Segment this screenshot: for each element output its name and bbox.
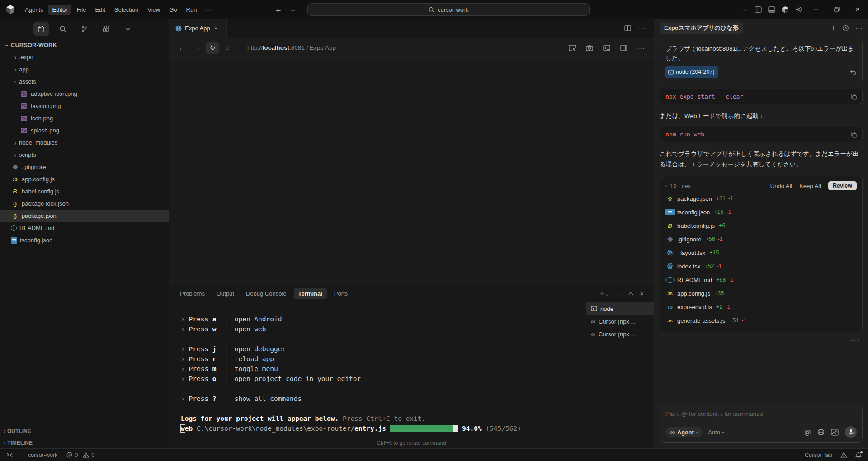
code-block-1[interactable]: npx expo start --clear <box>660 89 863 104</box>
cursor-tab-status[interactable]: Cursor Tab <box>805 452 832 458</box>
menu-editor[interactable]: Editor <box>48 5 71 15</box>
inspect-element-icon[interactable] <box>566 42 579 54</box>
devtools-panel-icon[interactable] <box>618 42 630 54</box>
chat-title[interactable]: Expoスマホアプリのひな形 <box>660 22 743 34</box>
changed-file-row[interactable]: babel.config.js+6 <box>665 219 857 232</box>
tab-problems[interactable]: Problems <box>175 288 209 299</box>
cursor-cube-icon[interactable] <box>778 0 792 19</box>
panel-close-icon[interactable]: × <box>640 290 644 297</box>
tree-file-gitignore[interactable]: .gitignore <box>0 161 169 173</box>
tab-terminal[interactable]: Terminal <box>294 288 327 299</box>
copy-icon[interactable] <box>851 94 857 100</box>
split-editor-icon[interactable] <box>621 22 634 35</box>
browser-more-icon[interactable]: ··· <box>635 42 647 54</box>
tree-root[interactable]: › CURSOR-WORK <box>0 39 169 51</box>
tree-folder-assets[interactable]: › assets <box>0 75 169 88</box>
chat-input[interactable] <box>665 410 857 417</box>
menu-run[interactable]: Run <box>182 5 201 15</box>
copy-icon[interactable] <box>851 132 857 138</box>
bookmark-star-icon[interactable]: ☆ <box>222 42 234 54</box>
source-control-icon[interactable] <box>77 22 92 36</box>
voice-mic-icon[interactable] <box>845 426 857 438</box>
attachment-pill[interactable]: node (204-207) <box>665 66 718 78</box>
back-arrow-icon[interactable]: ← <box>275 5 282 14</box>
review-button[interactable]: Review <box>828 181 857 190</box>
chat-scroll-more-icon[interactable]: ··· <box>660 332 863 343</box>
minimize-button[interactable]: ─ <box>806 0 826 19</box>
new-chat-icon[interactable]: + <box>831 24 836 33</box>
restore-button[interactable] <box>826 0 847 19</box>
tree-folder-node-modules[interactable]: › node_modules <box>0 136 169 149</box>
browser-url[interactable]: http://localhost:8081 / Expo App <box>247 44 336 51</box>
explorer-icon[interactable] <box>33 22 49 36</box>
console-icon[interactable] <box>600 42 613 54</box>
timeline-section[interactable]: › TIMELINE <box>0 437 169 448</box>
panel-more-icon[interactable]: ··· <box>615 290 622 297</box>
status-warning-icon[interactable] <box>840 452 847 458</box>
menu-view[interactable]: View <box>143 5 164 15</box>
mention-at-icon[interactable]: @ <box>804 428 811 436</box>
tree-folder-app[interactable]: › app <box>0 63 169 75</box>
remote-indicator[interactable] <box>6 452 13 457</box>
outline-section[interactable]: › OUTLINE <box>0 425 169 437</box>
changed-file-row[interactable]: generate-assets.js+51-1 <box>665 314 857 327</box>
title-overflow-icon[interactable]: ··· <box>738 0 751 19</box>
settings-gear-icon[interactable] <box>792 0 806 19</box>
tree-folder-scripts[interactable]: › scripts <box>0 149 169 161</box>
tree-file-package-json[interactable]: package.json <box>0 210 169 222</box>
web-globe-icon[interactable] <box>817 428 825 436</box>
terminal-item-node[interactable]: node <box>586 302 654 315</box>
terminal-output[interactable]: › Press a│open Android › Press w│open we… <box>169 301 586 437</box>
keep-all-button[interactable]: Keep All <box>799 183 821 189</box>
tab-expo-app[interactable]: Expo App × <box>169 19 227 38</box>
terminal-item-cursor-2[interactable]: ∞ Cursor (npx ... <box>586 328 654 340</box>
chat-composer[interactable]: ∞ Agent › Auto › @ <box>660 405 863 443</box>
attach-image-icon[interactable] <box>831 429 839 436</box>
chat-more-icon[interactable]: ··· <box>855 25 863 32</box>
browser-reload-icon[interactable]: ↻ <box>206 42 219 54</box>
tree-file-babel-config[interactable]: babel.config.js <box>0 185 169 198</box>
tab-ports[interactable]: Ports <box>330 288 352 299</box>
tree-folder-expo[interactable]: › .expo <box>0 51 169 63</box>
workspace-name[interactable]: cursor-work <box>28 452 57 458</box>
user-message-bubble[interactable]: ブラウザでlocalhost:8081にアクセスしたところ以下のエラーが出ました… <box>660 39 863 83</box>
command-center-search[interactable]: cursor-work <box>307 3 590 16</box>
tree-file-app-config[interactable]: app.config.js <box>0 173 169 185</box>
history-clock-icon[interactable] <box>842 25 849 32</box>
editor-more-icon[interactable]: ··· <box>636 22 648 35</box>
toggle-panel-icon[interactable] <box>765 0 778 19</box>
changed-file-row[interactable]: README.md+68-1 <box>665 273 857 287</box>
notifications-bell-icon[interactable] <box>855 452 862 458</box>
panel-maximize-icon[interactable] <box>628 292 633 295</box>
menu-overflow-icon[interactable]: ··· <box>202 5 216 15</box>
model-selector[interactable]: Auto › <box>708 429 724 436</box>
tab-output[interactable]: Output <box>212 288 239 299</box>
tree-file-adaptive-icon[interactable]: adaptive-icon.png <box>0 88 169 100</box>
files-count-label[interactable]: 10 Files <box>670 183 691 189</box>
menu-edit[interactable]: Edit <box>91 5 109 15</box>
screenshot-camera-icon[interactable] <box>583 42 596 54</box>
menu-file[interactable]: File <box>72 5 90 15</box>
new-terminal-icon[interactable]: + ⌄ <box>600 289 609 297</box>
forward-arrow-icon[interactable]: → <box>289 5 297 14</box>
tab-debug-console[interactable]: Debug Console <box>241 288 291 299</box>
agent-mode-selector[interactable]: ∞ Agent › <box>665 427 703 437</box>
changed-file-row[interactable]: app.config.js+35 <box>665 287 857 300</box>
tree-file-tsconfig[interactable]: tsconfig.json <box>0 234 169 246</box>
activity-more-icon[interactable] <box>120 22 136 36</box>
browser-back-icon[interactable]: ← <box>175 42 188 54</box>
restore-checkpoint-icon[interactable] <box>849 70 857 75</box>
search-sidebar-icon[interactable] <box>55 22 71 36</box>
tree-file-package-lock[interactable]: package-lock.json <box>0 198 169 210</box>
tree-file-splash[interactable]: splash.png <box>0 124 169 136</box>
terminal-item-cursor-1[interactable]: ∞ Cursor (npx ... <box>586 315 654 328</box>
changed-file-row[interactable]: expo-env.d.ts+2-1 <box>665 300 857 314</box>
tab-close-icon[interactable]: × <box>214 25 218 32</box>
chevron-down-icon[interactable]: › <box>663 185 670 187</box>
menu-agents[interactable]: Agents <box>21 5 47 15</box>
changed-file-row[interactable]: tsconfig.json+15-1 <box>665 205 857 219</box>
problems-indicator[interactable]: 0 0 <box>66 452 94 458</box>
close-button[interactable]: × <box>847 0 868 19</box>
changed-file-row[interactable]: package.json+31-1 <box>665 192 857 205</box>
toggle-sidebar-icon[interactable] <box>751 0 765 19</box>
